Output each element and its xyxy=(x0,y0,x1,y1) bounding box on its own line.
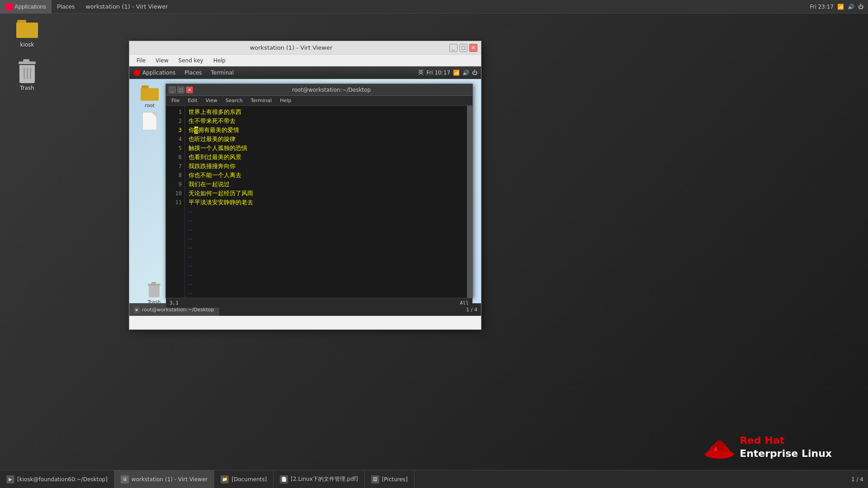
vim-tilde-2: ~ xyxy=(189,225,463,234)
vim-tilde-10: ~ xyxy=(189,297,463,298)
vim-tilde-num-4 xyxy=(166,243,184,252)
trash-icon-desktop[interactable]: Trash xyxy=(9,61,45,91)
term-maximize-button[interactable]: □ xyxy=(177,86,184,94)
term-menubar: File Edit View Search Terminal Help xyxy=(166,96,472,106)
term-menu-help[interactable]: Help xyxy=(276,97,295,104)
vim-line-num-1: 1 xyxy=(166,108,184,117)
taskbar-virt-label: workstation (1) - Virt Viewer xyxy=(132,476,208,483)
vim-editor-area: 1234567891011 世界上有很多的东西生不带来死不带去你曾拥有最美的爱情… xyxy=(166,106,472,298)
vim-tilde-num-2 xyxy=(166,225,184,234)
vm-trash-shape xyxy=(148,282,160,297)
term-menu-search[interactable]: Search xyxy=(222,97,246,104)
trash-lid xyxy=(19,61,36,64)
term-menu-view[interactable]: View xyxy=(202,97,221,104)
virt-minimize-button[interactable]: _ xyxy=(449,44,458,52)
vim-scrollbar[interactable] xyxy=(467,106,472,298)
virt-titlebar: workstation (1) - Virt Viewer _ □ ✕ xyxy=(129,41,481,55)
vm-root-label: root xyxy=(145,103,155,108)
taskbar-item-documents[interactable]: 📁 [Documents] xyxy=(214,470,274,488)
top-clock: Fri 23:17 xyxy=(810,4,834,10)
vim-tilde-num-3 xyxy=(166,234,184,243)
term-menu-terminal[interactable]: Terminal xyxy=(247,97,276,104)
vm-trash-body xyxy=(149,286,160,297)
term-window-buttons: _ □ ✕ xyxy=(169,86,193,94)
virt-menubar: File View Send key Help xyxy=(129,55,481,66)
svg-rect-1 xyxy=(709,451,730,455)
vm-sound-icon: 🔊 xyxy=(462,70,469,76)
applications-label: Applications xyxy=(14,3,46,10)
vim-line-1: 世界上有很多的东西 xyxy=(189,108,463,117)
vim-line-num-7: 7 xyxy=(166,162,184,171)
vim-line-numbers: 1234567891011 xyxy=(166,106,185,298)
vim-line-8: 你也不能一个人离去 xyxy=(189,171,463,180)
term-menu-edit[interactable]: Edit xyxy=(184,97,201,104)
vim-statusbar: 3,1 All xyxy=(166,298,472,308)
vim-tilde-num-8 xyxy=(166,279,184,288)
virt-menu-help[interactable]: Help xyxy=(209,56,230,65)
vim-tilde-num-6 xyxy=(166,261,184,270)
vm-terminal-button[interactable]: Terminal xyxy=(206,66,238,79)
vim-tilde-3: ~ xyxy=(189,234,463,243)
virt-menu-sendkey[interactable]: Send key xyxy=(174,56,208,65)
vm-root-icon[interactable]: root xyxy=(134,84,165,110)
vim-line-6: 也看到过最美的风景 xyxy=(189,153,463,162)
term-close-button[interactable]: ✕ xyxy=(186,86,193,94)
vm-network-icon: 📶 xyxy=(453,70,460,76)
vm-places-button[interactable]: Places xyxy=(180,66,206,79)
taskbar-item-virt[interactable]: 🖥 workstation (1) - Virt Viewer xyxy=(114,470,215,488)
vim-line-11: 平平淡淡安安静静的老去 xyxy=(189,198,463,207)
vim-scrollbar-thumb xyxy=(467,106,472,298)
kiosk-folder-img xyxy=(16,18,38,40)
vim-line-9: 我们在一起说过 xyxy=(189,180,463,189)
vim-content[interactable]: 世界上有很多的东西生不带来死不带去你曾拥有最美的爱情也听过最美的旋律触摸一个人孤… xyxy=(185,106,467,298)
term-titlebar: _ □ ✕ root@workstation:~/Desktop xyxy=(166,84,472,96)
applications-icon xyxy=(5,3,13,10)
vim-line-4: 也听过最美的旋律 xyxy=(189,135,463,144)
bottom-taskbar: ▶ [kiosk@foundation60:~/Desktop] 🖥 works… xyxy=(0,470,868,488)
taskbar-item-kiosk[interactable]: ▶ [kiosk@foundation60:~/Desktop] xyxy=(0,470,114,488)
vim-tilde-num-12 xyxy=(166,315,184,316)
places-menu-button[interactable]: Places xyxy=(52,0,80,14)
vm-applications-button[interactable]: Applications xyxy=(129,66,180,79)
vim-line-3: 你曾拥有最美的爱情 xyxy=(189,126,463,135)
network-icon: 📶 xyxy=(837,4,844,10)
virt-viewer-window: workstation (1) - Virt Viewer _ □ ✕ File… xyxy=(129,41,481,330)
vim-tilde-6: ~ xyxy=(189,261,463,270)
taskbar-pdf-icon: 📄 xyxy=(280,475,288,483)
folder-body xyxy=(16,23,38,38)
desktop-icons-area: kiosk Trash xyxy=(9,18,45,91)
page-number: 1 / 4 xyxy=(851,476,863,483)
taskbar-item-pdf[interactable]: 📄 [2.Linux下的文件管理.pdf] xyxy=(274,470,364,488)
vm-icons-area: root xyxy=(134,84,165,134)
applications-menu-button[interactable]: Applications xyxy=(0,0,52,14)
vim-tilde-num-9 xyxy=(166,288,184,297)
redhat-line2: Enterprise Linux xyxy=(740,447,832,460)
term-minimize-button[interactable]: _ xyxy=(169,86,176,94)
vm-doc-icon[interactable] xyxy=(134,110,165,134)
vim-tilde-5: ~ xyxy=(189,252,463,261)
vim-status-position: 3,1 xyxy=(170,300,179,306)
vim-line-num-11: 11 xyxy=(166,198,184,207)
vm-doc-img xyxy=(142,112,157,130)
vm-terminal-label: Terminal xyxy=(211,70,234,76)
virt-close-button[interactable]: ✕ xyxy=(469,44,477,52)
vm-lang: 英 xyxy=(418,69,424,76)
taskbar-kiosk-icon: ▶ xyxy=(6,475,14,483)
virt-window-title: workstation (1) - Virt Viewer xyxy=(133,44,449,51)
kiosk-icon[interactable]: kiosk xyxy=(9,18,45,48)
vm-desktop-content: 亚部开源 root xyxy=(129,79,481,316)
virt-menu-file[interactable]: File xyxy=(132,56,150,65)
taskbar-kiosk-label: [kiosk@foundation60:~/Desktop] xyxy=(17,476,108,483)
vim-line-num-3: 3 xyxy=(166,126,184,135)
vim-line-num-9: 9 xyxy=(166,180,184,189)
vim-tilde-8: ~ xyxy=(189,279,463,288)
top-taskbar-left: Applications Places workstation (1) - Vi… xyxy=(0,0,174,14)
vim-line-num-6: 6 xyxy=(166,153,184,162)
vim-tilde-num-5 xyxy=(166,252,184,261)
term-menu-file[interactable]: File xyxy=(168,97,183,104)
taskbar-item-pictures[interactable]: 🖼 [Pictures] xyxy=(365,470,415,488)
window-title-label: workstation (1) - Virt Viewer xyxy=(80,0,174,14)
virt-menu-view[interactable]: View xyxy=(151,56,173,65)
virt-maximize-button[interactable]: □ xyxy=(459,44,467,52)
redhat-logo: Red Hat Enterprise Linux xyxy=(703,434,832,461)
